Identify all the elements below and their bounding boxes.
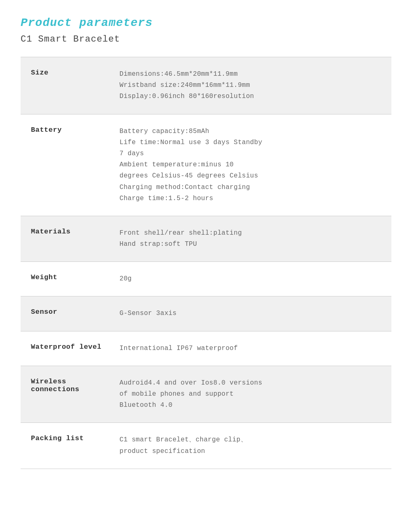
table-row: SizeDimensions:46.5mm*20mm*11.9mm Wristb… xyxy=(21,57,391,114)
param-value: C1 smart Bracelet、charge clip、 product s… xyxy=(111,423,391,469)
param-label: Packing list xyxy=(21,423,111,469)
param-value: Front shell/rear shell:plating Hand stra… xyxy=(111,216,391,261)
param-value: Dimensions:46.5mm*20mm*11.9mm Wristband … xyxy=(111,57,391,114)
param-value: International IP67 waterproof xyxy=(111,331,391,366)
table-row: BatteryBattery capacity:85mAh Life time:… xyxy=(21,114,391,216)
param-label: Weight xyxy=(21,262,111,296)
param-label: Materials xyxy=(21,216,111,261)
param-label: Size xyxy=(21,57,111,114)
param-label: Waterproof level xyxy=(21,331,111,366)
param-value: Audroid4.4 and over Ios8.0 versions of m… xyxy=(111,366,391,423)
table-row: Packing listC1 smart Bracelet、charge cli… xyxy=(21,423,391,469)
param-value: G-Sensor 3axis xyxy=(111,296,391,331)
table-row: Weight20g xyxy=(21,262,391,296)
page-title: Product parameters xyxy=(21,16,391,29)
param-value: Battery capacity:85mAh Life time:Normal … xyxy=(111,114,391,216)
param-label: Battery xyxy=(21,114,111,216)
params-table: SizeDimensions:46.5mm*20mm*11.9mm Wristb… xyxy=(21,57,391,469)
param-label: Sensor xyxy=(21,296,111,331)
table-row: MaterialsFront shell/rear shell:plating … xyxy=(21,216,391,261)
param-label: Wireless connections xyxy=(21,366,111,423)
table-row: SensorG-Sensor 3axis xyxy=(21,296,391,331)
table-row: Wireless connectionsAudroid4.4 and over … xyxy=(21,366,391,423)
param-value: 20g xyxy=(111,262,391,296)
table-row: Waterproof levelInternational IP67 water… xyxy=(21,331,391,366)
product-name: C1 Smart Bracelet xyxy=(21,34,391,44)
